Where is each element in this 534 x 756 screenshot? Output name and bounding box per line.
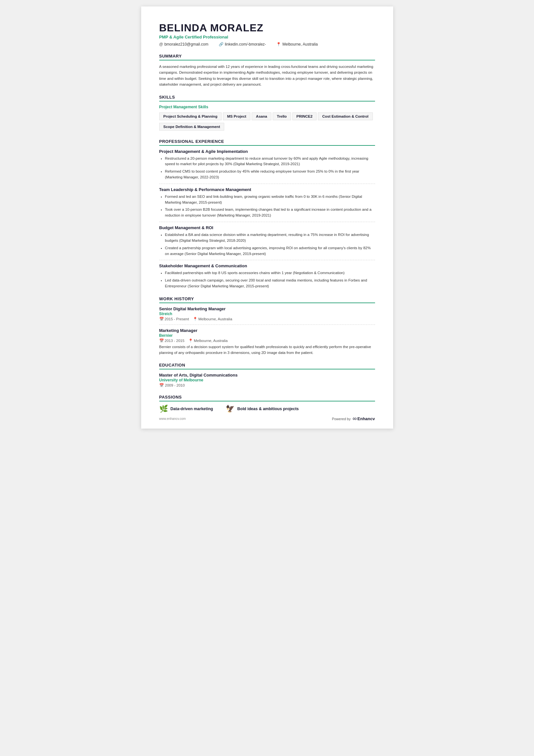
work-meta-2: 📅 2013 - 2015 📍 Melbourne, Australia — [159, 338, 375, 343]
work-title-2: Marketing Manager — [159, 328, 375, 333]
passions-heading: PASSIONS — [159, 395, 375, 401]
skill-item: Trello — [273, 113, 291, 120]
skills-row-1: Project Scheduling & Planning MS Project… — [159, 113, 375, 122]
calendar-icon: 📅 — [159, 317, 164, 321]
exp-bullets-3: Established a BA and data science divisi… — [159, 232, 375, 256]
summary-section: SUMMARY A seasoned marketing professiona… — [159, 54, 375, 88]
location-icon-work: 📍 — [193, 317, 197, 321]
work-company-1: Streich — [159, 311, 375, 316]
linkedin-contact[interactable]: 🔗 linkedin.com/-bmoralez- — [219, 42, 266, 46]
resume-page: BELINDA MORALEZ PMP & Agile Certified Pr… — [141, 7, 393, 429]
summary-heading: SUMMARY — [159, 54, 375, 61]
exp-bullets-1: Restructured a 20-person marketing depar… — [159, 156, 375, 180]
skills-heading: SKILLS — [159, 95, 375, 101]
enhancv-logo: ∞ Enhancv — [352, 415, 375, 422]
header: BELINDA MORALEZ PMP & Agile Certified Pr… — [159, 22, 375, 46]
exp-divider — [159, 184, 375, 184]
location-contact: 📍 Melbourne, Australia — [276, 42, 318, 46]
passions-row: 🌿 Data-driven marketing 🦅 Bold ideas & a… — [159, 405, 375, 413]
location-icon-work-2: 📍 — [188, 338, 193, 343]
exp-bullet: Restructured a 20-person marketing depar… — [165, 156, 375, 167]
candidate-title: PMP & Agile Certified Professional — [159, 35, 375, 40]
exp-category-4: Stakeholder Management & Communication — [159, 263, 375, 268]
exp-category-2: Team Leadership & Performance Management — [159, 187, 375, 192]
exp-divider — [159, 260, 375, 260]
contact-row: @ bmoralez210@gmail.com 🔗 linkedin.com/-… — [159, 42, 375, 46]
education-heading: EDUCATION — [159, 363, 375, 369]
work-years-2: 📅 2013 - 2015 — [159, 338, 185, 343]
work-location-2: 📍 Melbourne, Australia — [188, 338, 228, 343]
summary-text: A seasoned marketing professional with 1… — [159, 64, 375, 88]
exp-bullets-4: Facilitated partnerships with top 8 US s… — [159, 270, 375, 289]
footer: www.enhancv.com Powered by ∞ Enhancv — [159, 415, 375, 422]
location-icon: 📍 — [276, 42, 281, 46]
exp-bullet: Created a partnership program with local… — [165, 245, 375, 257]
exp-bullet: Led data-driven outreach campaign, secur… — [165, 278, 375, 289]
email-contact: @ bmoralez210@gmail.com — [159, 42, 208, 46]
footer-website: www.enhancv.com — [159, 417, 186, 420]
passion-label-2: Bold ideas & ambitious projects — [237, 407, 298, 411]
skill-item: Cost Estimation & Control — [318, 113, 372, 120]
passion-icon-1: 🌿 — [159, 405, 168, 413]
work-meta-1: 📅 2015 - Present 📍 Melbourne, Australia — [159, 317, 375, 321]
exp-bullet: Took over a 10-person B2B focused team, … — [165, 207, 375, 219]
exp-category-1: Project Management & Agile Implementatio… — [159, 149, 375, 154]
work-company-2: Bernier — [159, 333, 375, 338]
work-history-section: WORK HISTORY Senior Digital Marketing Ma… — [159, 296, 375, 356]
passion-icon-2: 🦅 — [226, 405, 235, 413]
passions-section: PASSIONS 🌿 Data-driven marketing 🦅 Bold … — [159, 395, 375, 413]
calendar-icon-2: 📅 — [159, 338, 164, 343]
enhancv-infinity-icon: ∞ — [352, 415, 357, 422]
linkedin-icon: 🔗 — [219, 42, 223, 46]
exp-bullets-2: Formed and led an SEO and link-building … — [159, 194, 375, 219]
passion-item-1: 🌿 Data-driven marketing — [159, 405, 213, 413]
work-years-1: 📅 2015 - Present — [159, 317, 189, 321]
email-icon: @ — [159, 42, 163, 46]
exp-category-3: Budget Management & ROI — [159, 225, 375, 230]
professional-experience-section: PROFESSIONAL EXPERIENCE Project Manageme… — [159, 139, 375, 289]
exp-divider — [159, 222, 375, 222]
passion-item-2: 🦅 Bold ideas & ambitious projects — [226, 405, 298, 413]
work-divider — [159, 325, 375, 325]
exp-bullet: Reformed CMS to boost content production… — [165, 169, 375, 180]
professional-experience-heading: PROFESSIONAL EXPERIENCE — [159, 139, 375, 146]
passion-label-1: Data-driven marketing — [170, 407, 213, 411]
enhancv-brand-name: Enhancv — [357, 416, 375, 421]
footer-brand: Powered by ∞ Enhancv — [332, 415, 375, 422]
edu-school: University of Melbourne — [159, 378, 375, 382]
skill-item: MS Project — [223, 113, 250, 120]
skill-item: PRINCE2 — [292, 113, 317, 120]
education-section: EDUCATION Master of Arts, Digital Commun… — [159, 363, 375, 388]
work-item-2: Marketing Manager Bernier 📅 2013 - 2015 … — [159, 328, 375, 356]
exp-bullet: Established a BA and data science divisi… — [165, 232, 375, 244]
powered-by-label: Powered by — [332, 417, 350, 421]
work-title-1: Senior Digital Marketing Manager — [159, 307, 375, 311]
edu-calendar-icon: 📅 — [159, 383, 164, 388]
edu-year: 📅 2009 - 2010 — [159, 383, 375, 388]
skill-item: Scope Definition & Management — [159, 123, 224, 131]
exp-bullet: Facilitated partnerships with top 8 US s… — [165, 270, 375, 276]
work-item-1: Senior Digital Marketing Manager Streich… — [159, 307, 375, 321]
skills-row-2: Scope Definition & Management — [159, 123, 375, 132]
candidate-name: BELINDA MORALEZ — [159, 22, 375, 34]
skills-category: Project Management Skills — [159, 105, 375, 109]
exp-bullet: Formed and led an SEO and link-building … — [165, 194, 375, 205]
work-location-1: 📍 Melbourne, Australia — [193, 317, 232, 321]
edu-degree: Master of Arts, Digital Communications — [159, 373, 375, 378]
skill-item: Asana — [252, 113, 271, 120]
skills-section: SKILLS Project Management Skills Project… — [159, 95, 375, 132]
work-desc-2: Bernier consists of a decision support s… — [159, 344, 375, 356]
skill-item: Project Scheduling & Planning — [159, 113, 222, 120]
work-history-heading: WORK HISTORY — [159, 296, 375, 303]
